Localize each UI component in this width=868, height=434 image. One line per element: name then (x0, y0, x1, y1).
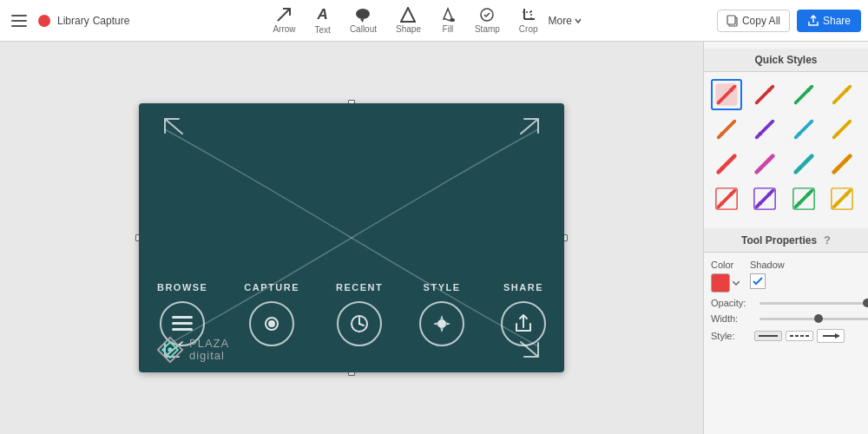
toolbar-right: Copy All Share (717, 10, 861, 32)
svg-point-19 (268, 320, 275, 327)
shadow-label: Shadow (750, 260, 785, 270)
library-capture-nav: Library Capture (57, 15, 129, 27)
fill-label: Fill (443, 24, 454, 34)
quick-styles-grid (711, 79, 861, 214)
svg-rect-1 (11, 20, 27, 22)
style-item-11[interactable] (826, 148, 858, 180)
stamp-icon (479, 7, 495, 23)
menu-button[interactable] (7, 9, 31, 33)
style-item-10[interactable] (788, 148, 819, 180)
crop-icon (521, 7, 536, 23)
svg-point-24 (168, 347, 172, 352)
help-button[interactable]: ? (824, 233, 831, 247)
main-area: BROWSE CAPTURE (0, 42, 868, 434)
svg-marker-5 (360, 19, 364, 23)
capture-link[interactable]: Capture (93, 15, 130, 27)
svg-marker-73 (835, 333, 840, 339)
text-label: Text (315, 25, 331, 35)
more-label: More (549, 15, 572, 27)
svg-point-4 (356, 9, 370, 19)
logo-icon (156, 336, 184, 364)
fill-icon (440, 7, 456, 23)
library-link[interactable]: Library (57, 15, 89, 27)
copy-all-label: Copy All (742, 15, 780, 27)
svg-rect-15 (172, 316, 193, 319)
right-panel: Quick Styles (703, 42, 868, 434)
tool-stamp[interactable]: Stamp (466, 3, 509, 37)
width-row: Width: 11pt (711, 313, 861, 324)
tool-fill[interactable]: Fill (431, 3, 464, 37)
tool-text[interactable]: A Text (306, 3, 339, 38)
share-button[interactable]: Share (797, 10, 861, 32)
style-item-3[interactable] (826, 79, 858, 110)
toolbar-center: Arrow A Text Callout Shape Fill (133, 3, 713, 38)
stamp-label: Stamp (475, 24, 500, 34)
opacity-row: Opacity: 100% (711, 298, 861, 308)
style-item-4[interactable] (711, 114, 742, 145)
toolbar-left: Library Capture (7, 9, 129, 33)
svg-rect-16 (172, 322, 193, 325)
style-label: STYLE (424, 282, 461, 293)
style-item-9[interactable] (749, 148, 780, 180)
shadow-checkbox[interactable] (750, 273, 766, 289)
tool-crop[interactable]: Crop (510, 3, 547, 37)
color-col: Color (711, 260, 740, 293)
svg-rect-2 (11, 25, 27, 27)
style-item-14[interactable] (788, 183, 819, 214)
line-style-dashed[interactable] (786, 331, 813, 341)
text-icon: A (318, 6, 328, 23)
arrow-end-selector[interactable] (817, 329, 845, 343)
logo-text: PLAZA digital (189, 338, 229, 363)
style-label: Style: (711, 331, 754, 341)
callout-icon (355, 7, 371, 23)
capture-icon (249, 301, 294, 346)
style-item-7[interactable] (826, 114, 858, 145)
style-item-0[interactable] (711, 79, 742, 110)
style-item-5[interactable] (749, 114, 780, 145)
style-item-8[interactable] (711, 148, 742, 180)
color-swatch[interactable] (711, 273, 730, 293)
style-item-1[interactable] (749, 79, 780, 110)
copy-all-button[interactable]: Copy All (717, 10, 790, 32)
share-icon (807, 15, 819, 27)
nav-item-share[interactable]: SHARE (501, 282, 546, 346)
svg-point-23 (437, 319, 446, 328)
arrow-label: Arrow (273, 24, 295, 34)
chevron-down-icon (574, 16, 582, 25)
svg-rect-17 (172, 328, 193, 331)
line-style-solid[interactable] (754, 331, 782, 341)
color-dropdown-icon[interactable] (733, 280, 740, 286)
tool-arrow[interactable]: Arrow (264, 3, 304, 37)
width-slider[interactable] (760, 318, 868, 320)
style-item-6[interactable] (788, 114, 819, 145)
style-item-2[interactable] (788, 79, 819, 110)
style-item-15[interactable] (826, 183, 858, 214)
more-button[interactable]: More (549, 15, 582, 27)
recent-icon (337, 301, 382, 346)
style-item-13[interactable] (749, 183, 780, 214)
browse-label: BROWSE (157, 282, 208, 293)
share-label: Share (823, 15, 851, 27)
recent-label: RECENT (336, 282, 383, 293)
nav-item-recent[interactable]: RECENT (336, 282, 383, 346)
svg-line-22 (359, 324, 364, 326)
svg-rect-14 (727, 16, 735, 24)
logo-area: PLAZA digital (156, 336, 229, 364)
nav-item-capture[interactable]: CAPTURE (244, 282, 299, 346)
color-label: Color (711, 260, 733, 270)
record-button[interactable] (38, 15, 50, 27)
canvas-area[interactable]: BROWSE CAPTURE (0, 42, 703, 434)
style-item-12[interactable] (711, 183, 742, 214)
capture-label: CAPTURE (244, 282, 299, 293)
opacity-label: Opacity: (711, 298, 754, 308)
tool-callout[interactable]: Callout (341, 3, 385, 37)
tool-shape[interactable]: Shape (387, 3, 430, 37)
tool-properties-section: Tool Properties ? Color Shadow (704, 221, 868, 355)
shape-icon (400, 7, 416, 23)
opacity-slider[interactable] (760, 302, 868, 305)
callout-label: Callout (350, 24, 377, 34)
nav-item-style[interactable]: STYLE (419, 282, 464, 346)
quick-styles-title: Quick Styles (704, 49, 868, 72)
quick-styles-section: Quick Styles (704, 42, 868, 221)
svg-marker-6 (401, 8, 415, 22)
